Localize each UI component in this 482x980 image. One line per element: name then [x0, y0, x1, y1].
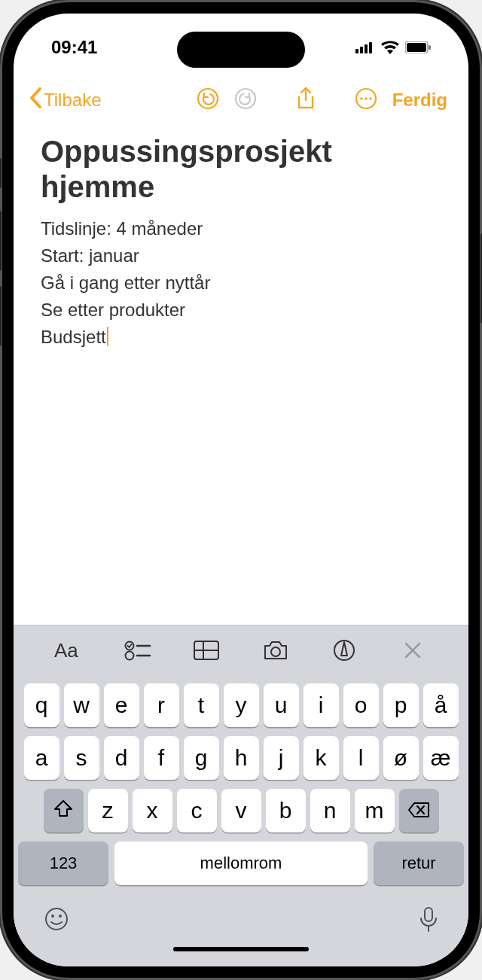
key-k[interactable]: k [304, 736, 339, 780]
shift-key[interactable] [44, 789, 84, 832]
key-w[interactable]: w [64, 683, 99, 727]
svg-rect-0 [355, 49, 358, 53]
redo-button[interactable] [228, 87, 263, 113]
key-b[interactable]: b [266, 789, 306, 832]
key-e[interactable]: e [104, 683, 139, 727]
key-aa[interactable]: å [423, 683, 459, 727]
keyboard: q w e r t y u i o p å a s d f g h j k [14, 677, 468, 947]
share-button[interactable] [288, 87, 323, 114]
key-g[interactable]: g [184, 736, 219, 780]
markup-icon [333, 639, 355, 665]
more-icon [355, 87, 377, 113]
note-line: Budsjett [41, 324, 441, 351]
microphone-icon [419, 923, 438, 936]
key-t[interactable]: t [184, 683, 219, 727]
wifi-icon [381, 41, 399, 54]
shift-icon [53, 798, 73, 823]
note-line: Tidslinje: 4 måneder [41, 215, 441, 242]
phone-frame: 09:41 Tilbake [0, 0, 482, 980]
key-l[interactable]: l [343, 736, 379, 780]
dictation-button[interactable] [419, 906, 438, 939]
volume-down [0, 286, 2, 346]
back-button[interactable]: Tilbake [29, 87, 119, 113]
keyboard-row: z x c v b n m [18, 789, 464, 832]
key-r[interactable]: r [144, 683, 179, 727]
svg-point-23 [46, 908, 67, 930]
key-o[interactable]: o [343, 683, 379, 727]
note-line: Se etter produkter [41, 297, 441, 324]
svg-rect-6 [429, 45, 431, 50]
checklist-icon [124, 640, 151, 664]
svg-rect-2 [365, 44, 368, 53]
undo-icon [197, 87, 219, 113]
battery-icon [405, 41, 431, 53]
text-style-icon: Aa [54, 639, 84, 665]
keyboard-row: a s d f g h j k l ø æ [18, 736, 464, 780]
emoji-button[interactable] [44, 906, 69, 939]
key-u[interactable]: u [264, 683, 299, 727]
key-n[interactable]: n [310, 789, 350, 832]
backspace-key[interactable] [399, 789, 439, 832]
undo-button[interactable] [191, 87, 225, 113]
checklist-button[interactable] [115, 640, 160, 664]
svg-point-7 [198, 89, 218, 108]
keyboard-row: 123 mellomrom retur [18, 842, 464, 885]
done-button[interactable]: Ferdig [392, 90, 447, 111]
key-i[interactable]: i [304, 683, 339, 727]
key-p[interactable]: p [383, 683, 419, 727]
share-icon [296, 87, 316, 114]
key-a[interactable]: a [24, 736, 59, 780]
table-button[interactable] [184, 640, 229, 664]
note-line: Gå i gang etter nyttår [41, 269, 441, 297]
text-style-button[interactable]: Aa [47, 639, 92, 665]
status-time: 09:41 [51, 37, 97, 58]
camera-icon [262, 640, 289, 664]
close-toolbar-button[interactable] [390, 641, 435, 662]
svg-rect-3 [369, 42, 372, 53]
key-q[interactable]: q [24, 683, 59, 727]
svg-point-10 [360, 97, 363, 100]
svg-point-11 [365, 97, 368, 100]
key-z[interactable]: z [88, 789, 128, 832]
dynamic-island [177, 32, 305, 68]
key-c[interactable]: c [177, 789, 217, 832]
key-j[interactable]: j [264, 736, 299, 780]
key-ae[interactable]: æ [423, 736, 459, 780]
svg-point-24 [51, 915, 54, 918]
back-label: Tilbake [44, 90, 101, 111]
note-editor[interactable]: Oppussingsprosjekt hjemme Tidslinje: 4 m… [14, 123, 468, 625]
svg-point-25 [59, 915, 62, 918]
markup-button[interactable] [322, 639, 367, 665]
emoji-icon [44, 921, 69, 934]
numbers-key[interactable]: 123 [18, 842, 108, 885]
key-m[interactable]: m [355, 789, 395, 832]
screen: 09:41 Tilbake [14, 14, 468, 966]
cellular-icon [355, 41, 375, 53]
home-indicator[interactable] [14, 947, 468, 966]
key-y[interactable]: y [224, 683, 259, 727]
camera-button[interactable] [253, 640, 298, 664]
chevron-left-icon [29, 87, 42, 113]
svg-rect-5 [407, 43, 426, 52]
format-toolbar: Aa [14, 625, 468, 677]
close-icon [404, 641, 422, 662]
redo-icon [234, 87, 257, 113]
svg-rect-26 [425, 908, 432, 921]
key-v[interactable]: v [221, 789, 261, 832]
key-s[interactable]: s [64, 736, 99, 780]
key-x[interactable]: x [133, 789, 172, 832]
key-d[interactable]: d [104, 736, 139, 780]
key-h[interactable]: h [224, 736, 259, 780]
volume-up [0, 211, 2, 271]
more-button[interactable] [349, 87, 383, 113]
key-oe[interactable]: ø [383, 736, 419, 780]
keyboard-row: q w e r t y u i o p å [18, 683, 464, 727]
note-title: Oppussingsprosjekt hjemme [41, 134, 441, 205]
svg-text:Aa: Aa [54, 639, 78, 662]
return-key[interactable]: retur [374, 842, 464, 885]
svg-point-16 [125, 651, 133, 659]
key-f[interactable]: f [144, 736, 179, 780]
table-icon [193, 640, 220, 664]
space-key[interactable]: mellomrom [114, 842, 368, 885]
text-cursor [107, 327, 108, 346]
